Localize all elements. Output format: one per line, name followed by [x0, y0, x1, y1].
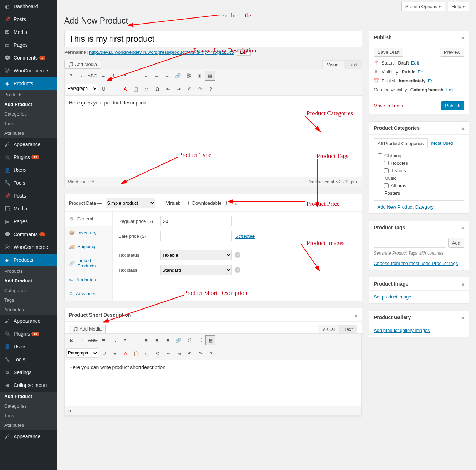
- quote-icon[interactable]: ❝: [120, 335, 130, 345]
- tax-class-select[interactable]: Standard: [160, 265, 232, 275]
- unlink-icon[interactable]: ⛓: [184, 71, 194, 81]
- sidebar-item-appearance[interactable]: 🖌Appearance: [0, 138, 57, 151]
- italic-icon[interactable]: I: [77, 71, 87, 81]
- product-title-input[interactable]: [64, 31, 362, 47]
- outdent-icon[interactable]: ⇤: [163, 348, 173, 358]
- permalink-link[interactable]: http://dev10.worldwebdev.in/wordpress/pr…: [89, 50, 234, 55]
- visibility-edit-link[interactable]: Edit: [418, 69, 425, 75]
- collapse-icon[interactable]: ▴: [355, 312, 357, 318]
- sidebar-sub-categories[interactable]: Categories: [0, 286, 57, 295]
- clear-icon[interactable]: ◇: [142, 84, 152, 94]
- virtual-checkbox[interactable]: [184, 201, 189, 205]
- catalog-edit-link[interactable]: Edit: [446, 87, 454, 92]
- publish-button[interactable]: Publish: [441, 101, 464, 110]
- sidebar-sub-tags[interactable]: Tags: [0, 411, 57, 420]
- sidebar-item-plugins[interactable]: 🔌Plugins15: [0, 327, 57, 340]
- sidebar-item-woocommerce[interactable]: ⓦWooCommerce: [0, 64, 57, 77]
- fullscreen-icon[interactable]: ⛶: [195, 335, 205, 345]
- sidebar-item-tools[interactable]: 🔧Tools: [0, 353, 57, 366]
- sidebar-sub-tags[interactable]: Tags: [0, 295, 57, 305]
- category-checkbox[interactable]: [384, 161, 389, 165]
- collapse-icon[interactable]: ▴: [462, 35, 464, 40]
- sidebar-item-comments[interactable]: 💬Comments1: [0, 228, 57, 241]
- tax-status-select[interactable]: Taxable: [160, 250, 232, 260]
- align-left-icon[interactable]: ≡: [141, 71, 151, 81]
- sale-price-input[interactable]: [160, 231, 232, 241]
- sidebar-item-pages[interactable]: ▤Pages: [0, 215, 57, 228]
- collapse-icon[interactable]: ▴: [462, 225, 464, 230]
- sidebar-sub-categories[interactable]: Categories: [0, 401, 57, 411]
- pd-tab-advanced[interactable]: ⚙Advanced: [65, 287, 112, 301]
- underline-icon[interactable]: U: [99, 84, 109, 94]
- add-gallery-images-link[interactable]: Add product gallery images: [374, 328, 430, 333]
- textcolor-icon[interactable]: A: [121, 348, 130, 358]
- sidebar-item-users[interactable]: 👤Users: [0, 164, 57, 177]
- sidebar-sub-add-product[interactable]: Add Product: [0, 276, 57, 286]
- add-tag-button[interactable]: Add: [448, 238, 464, 248]
- align-right-icon[interactable]: ≡: [162, 71, 172, 81]
- add-media-button[interactable]: 🎵 Add Media: [64, 60, 101, 69]
- sidebar-sub-products[interactable]: Products: [0, 90, 57, 99]
- justify-icon[interactable]: ≡: [109, 84, 119, 94]
- save-draft-button[interactable]: Save Draft: [374, 48, 403, 57]
- sidebar-item-plugins[interactable]: 🔌Plugins15: [0, 151, 57, 164]
- number-list-icon[interactable]: ⒈: [109, 71, 119, 81]
- redo-icon[interactable]: ↷: [195, 84, 205, 94]
- special-char-icon[interactable]: Ω: [153, 348, 163, 358]
- outdent-icon[interactable]: ⇤: [163, 84, 173, 94]
- collapse-icon[interactable]: ▴: [462, 315, 464, 320]
- format-select[interactable]: Paragraph: [66, 84, 98, 93]
- strike-icon[interactable]: ABC: [87, 71, 97, 81]
- hr-icon[interactable]: —: [130, 71, 140, 81]
- help-button[interactable]: Help ▾: [448, 2, 469, 11]
- sidebar-sub-attributes[interactable]: Attributes: [0, 128, 57, 138]
- align-center-icon[interactable]: ≡: [152, 335, 162, 345]
- strike-icon[interactable]: ABC: [88, 335, 98, 345]
- sidebar-item-posts[interactable]: 📌Posts: [0, 13, 57, 26]
- help-icon[interactable]: ?: [235, 252, 240, 258]
- tab-all-categories[interactable]: All Product Categories: [374, 138, 428, 148]
- category-checkbox[interactable]: [384, 168, 389, 173]
- sidebar-sub-tags[interactable]: Tags: [0, 119, 57, 128]
- screen-options-button[interactable]: Screen Options ▾: [401, 2, 445, 11]
- add-media-button[interactable]: 🎵 Add Media: [69, 325, 106, 333]
- sidebar-item-comments[interactable]: 💬Comments1: [0, 51, 57, 64]
- status-edit-link[interactable]: Edit: [411, 60, 419, 66]
- product-type-select[interactable]: Simple product: [106, 198, 155, 208]
- sidebar-sub-categories[interactable]: Categories: [0, 109, 57, 119]
- format-select[interactable]: Paragraph: [66, 348, 98, 358]
- sidebar-item-products[interactable]: ◈Products: [0, 254, 57, 266]
- more-icon[interactable]: ⊞: [194, 71, 204, 81]
- sidebar-item-posts[interactable]: 📌Posts: [0, 189, 57, 202]
- sidebar-item-settings[interactable]: ⚙Settings: [0, 366, 57, 379]
- sidebar-item-products[interactable]: ◈Products: [0, 77, 57, 90]
- redo-icon[interactable]: ↷: [195, 348, 205, 358]
- category-checkbox[interactable]: [384, 183, 389, 188]
- permalink-edit-button[interactable]: Edit: [237, 49, 251, 56]
- downloadable-checkbox[interactable]: [226, 201, 231, 205]
- sidebar-item-collapse-menu[interactable]: ◀Collapse menu: [0, 379, 57, 392]
- sidebar-sub-attributes[interactable]: Attributes: [0, 305, 57, 315]
- sidebar-item-media[interactable]: 🖾Media: [0, 26, 57, 39]
- tab-visual[interactable]: Visual: [322, 60, 344, 69]
- link-icon[interactable]: 🔗: [173, 71, 183, 81]
- category-checkbox[interactable]: [378, 176, 382, 180]
- sidebar-item-woocommerce[interactable]: ⓦWooCommerce: [0, 241, 57, 254]
- underline-icon[interactable]: U: [99, 348, 109, 358]
- bullet-list-icon[interactable]: ≣: [98, 71, 108, 81]
- collapse-icon[interactable]: ▴: [462, 281, 464, 287]
- publish-edit-link[interactable]: Edit: [428, 78, 436, 83]
- help-icon[interactable]: ?: [206, 84, 216, 94]
- short-description-editor[interactable]: Here you can write product shortdescript…: [65, 360, 362, 406]
- sidebar-sub-products[interactable]: Products: [0, 266, 57, 276]
- sidebar-item-media[interactable]: 🖾Media: [0, 202, 57, 215]
- pd-tab-shipping[interactable]: 🚚Shipping: [65, 240, 112, 254]
- sidebar-sub-add-product[interactable]: Add Product: [0, 392, 57, 401]
- sidebar-item-users[interactable]: 👤Users: [0, 340, 57, 353]
- align-center-icon[interactable]: ≡: [152, 71, 162, 81]
- align-right-icon[interactable]: ≡: [163, 335, 173, 345]
- align-left-icon[interactable]: ≡: [141, 335, 151, 345]
- schedule-link[interactable]: Schedule: [235, 234, 255, 239]
- category-checkbox[interactable]: [378, 191, 382, 195]
- help-icon[interactable]: ?: [235, 267, 240, 273]
